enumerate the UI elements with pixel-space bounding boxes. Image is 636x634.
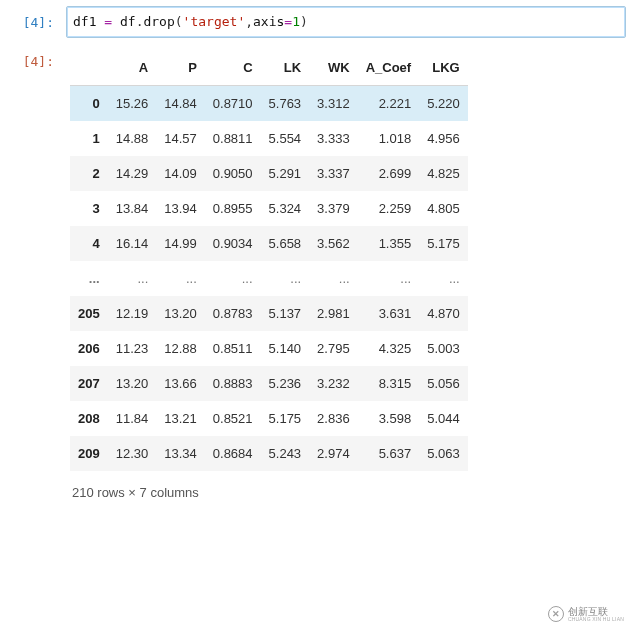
table-row[interactable]: 2 14.29 14.09 0.9050 5.291 3.337 2.699 4… bbox=[70, 156, 468, 191]
cell: 13.94 bbox=[156, 191, 205, 226]
cell: 3.312 bbox=[309, 86, 358, 122]
col-LK: LK bbox=[261, 50, 310, 86]
cell: 12.19 bbox=[108, 296, 157, 331]
code-obj: df bbox=[120, 14, 136, 29]
cell: 5.137 bbox=[261, 296, 310, 331]
cell: 0.8521 bbox=[205, 401, 261, 436]
dataframe-table: A P C LK WK A_Coef LKG 0 15.26 14.84 0.8… bbox=[70, 50, 468, 471]
cell: 3.337 bbox=[309, 156, 358, 191]
cell: 5.243 bbox=[261, 436, 310, 471]
row-index: ... bbox=[70, 261, 108, 296]
header-row: A P C LK WK A_Coef LKG bbox=[70, 50, 468, 86]
table-row[interactable]: 1 14.88 14.57 0.8811 5.554 3.333 1.018 4… bbox=[70, 121, 468, 156]
code-kwarg: axis bbox=[253, 14, 284, 29]
cell: ... bbox=[261, 261, 310, 296]
table-row[interactable]: 4 16.14 14.99 0.9034 5.658 3.562 1.355 5… bbox=[70, 226, 468, 261]
cell: 1.018 bbox=[358, 121, 420, 156]
cell: 5.637 bbox=[358, 436, 420, 471]
cell: 3.562 bbox=[309, 226, 358, 261]
col-WK: WK bbox=[309, 50, 358, 86]
table-row[interactable]: 206 11.23 12.88 0.8511 5.140 2.795 4.325… bbox=[70, 331, 468, 366]
cell: 0.9050 bbox=[205, 156, 261, 191]
cell: 2.836 bbox=[309, 401, 358, 436]
watermark-icon: ✕ bbox=[548, 606, 564, 622]
cell: 2.699 bbox=[358, 156, 420, 191]
cell: ... bbox=[358, 261, 420, 296]
cell: 5.554 bbox=[261, 121, 310, 156]
col-A: A bbox=[108, 50, 157, 86]
cell: 5.291 bbox=[261, 156, 310, 191]
cell: 13.21 bbox=[156, 401, 205, 436]
table-row[interactable]: 209 12.30 13.34 0.8684 5.243 2.974 5.637… bbox=[70, 436, 468, 471]
row-index: 4 bbox=[70, 226, 108, 261]
table-row[interactable]: 3 13.84 13.94 0.8955 5.324 3.379 2.259 4… bbox=[70, 191, 468, 226]
row-index: 207 bbox=[70, 366, 108, 401]
cell: 0.9034 bbox=[205, 226, 261, 261]
cell: 16.14 bbox=[108, 226, 157, 261]
cell: 14.29 bbox=[108, 156, 157, 191]
shape-caption: 210 rows × 7 columns bbox=[72, 485, 636, 500]
code-input[interactable]: df1 = df.drop('target',axis=1) bbox=[66, 6, 626, 38]
code-str: 'target' bbox=[183, 14, 246, 29]
dataframe-output: A P C LK WK A_Coef LKG 0 15.26 14.84 0.8… bbox=[66, 50, 468, 471]
cell: 4.325 bbox=[358, 331, 420, 366]
row-index: 2 bbox=[70, 156, 108, 191]
cell: 13.34 bbox=[156, 436, 205, 471]
cell: ... bbox=[419, 261, 468, 296]
cell: 5.003 bbox=[419, 331, 468, 366]
col-LKG: LKG bbox=[419, 50, 468, 86]
cell: ... bbox=[309, 261, 358, 296]
code-eq: = bbox=[104, 14, 112, 29]
cell: 0.8684 bbox=[205, 436, 261, 471]
row-index: 208 bbox=[70, 401, 108, 436]
row-index: 1 bbox=[70, 121, 108, 156]
table-body: 0 15.26 14.84 0.8710 5.763 3.312 2.221 5… bbox=[70, 86, 468, 472]
input-row: [4]: df1 = df.drop('target',axis=1) bbox=[0, 0, 636, 42]
table-row[interactable]: 208 11.84 13.21 0.8521 5.175 2.836 3.598… bbox=[70, 401, 468, 436]
input-prompt-label: [4]: bbox=[8, 15, 58, 30]
cell: 5.044 bbox=[419, 401, 468, 436]
cell: 5.220 bbox=[419, 86, 468, 122]
col-C: C bbox=[205, 50, 261, 86]
cell: 5.175 bbox=[261, 401, 310, 436]
cell: 13.20 bbox=[156, 296, 205, 331]
cell: 0.8811 bbox=[205, 121, 261, 156]
cell: 2.259 bbox=[358, 191, 420, 226]
code-lhs: df1 bbox=[73, 14, 96, 29]
row-index: 206 bbox=[70, 331, 108, 366]
cell: 13.84 bbox=[108, 191, 157, 226]
cell: 4.825 bbox=[419, 156, 468, 191]
watermark-logo: ✕ 创新互联 CHUANG XIN HU LIAN bbox=[548, 606, 624, 622]
code-method: drop bbox=[143, 14, 174, 29]
cell: 0.8710 bbox=[205, 86, 261, 122]
cell: 5.658 bbox=[261, 226, 310, 261]
cell: 5.140 bbox=[261, 331, 310, 366]
cell: ... bbox=[156, 261, 205, 296]
table-row[interactable]: 205 12.19 13.20 0.8783 5.137 2.981 3.631… bbox=[70, 296, 468, 331]
cell: 3.379 bbox=[309, 191, 358, 226]
cell: 4.870 bbox=[419, 296, 468, 331]
table-row-ellipsis: ... ... ... ... ... ... ... ... bbox=[70, 261, 468, 296]
cell: 2.981 bbox=[309, 296, 358, 331]
cell: 2.795 bbox=[309, 331, 358, 366]
cell: 15.26 bbox=[108, 86, 157, 122]
cell: 14.57 bbox=[156, 121, 205, 156]
table-row[interactable]: 0 15.26 14.84 0.8710 5.763 3.312 2.221 5… bbox=[70, 86, 468, 122]
col-A_Coef: A_Coef bbox=[358, 50, 420, 86]
cell: 14.84 bbox=[156, 86, 205, 122]
cell: 3.631 bbox=[358, 296, 420, 331]
cell: 5.056 bbox=[419, 366, 468, 401]
cell: 0.8511 bbox=[205, 331, 261, 366]
table-row[interactable]: 207 13.20 13.66 0.8883 5.236 3.232 8.315… bbox=[70, 366, 468, 401]
cell: 11.84 bbox=[108, 401, 157, 436]
row-index: 209 bbox=[70, 436, 108, 471]
cell: 2.221 bbox=[358, 86, 420, 122]
cell: 14.99 bbox=[156, 226, 205, 261]
cell: 3.598 bbox=[358, 401, 420, 436]
cell: 11.23 bbox=[108, 331, 157, 366]
cell: 13.66 bbox=[156, 366, 205, 401]
cell: ... bbox=[108, 261, 157, 296]
cell: 5.763 bbox=[261, 86, 310, 122]
cell: 0.8783 bbox=[205, 296, 261, 331]
cell: 5.236 bbox=[261, 366, 310, 401]
